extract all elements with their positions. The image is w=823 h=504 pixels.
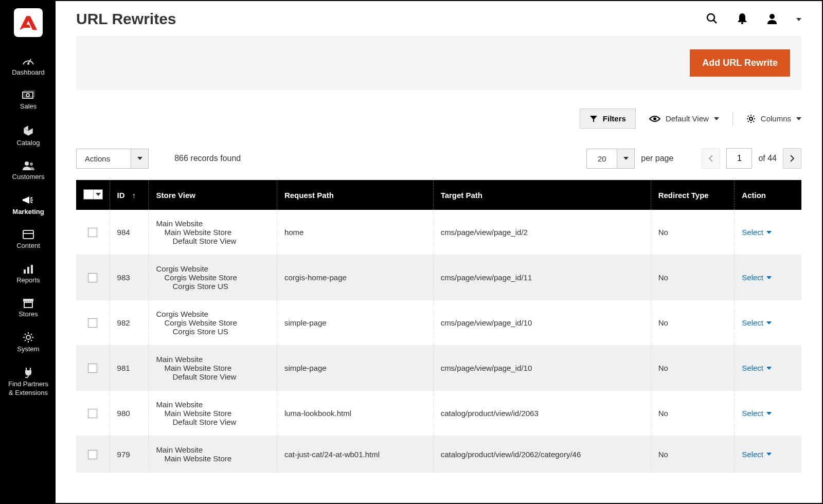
cell-request-path: luma-lookbook.html bbox=[277, 391, 433, 436]
table-row[interactable]: 979Main WebsiteMain Website Storecat-jus… bbox=[76, 436, 801, 473]
chevron-right-icon bbox=[790, 155, 795, 162]
cell-store-view: Main WebsiteMain Website StoreDefault St… bbox=[149, 346, 277, 391]
row-checkbox[interactable] bbox=[88, 318, 97, 328]
cell-store-view: Corgis WebsiteCorgis Website StoreCorgis… bbox=[149, 300, 277, 346]
eye-icon bbox=[649, 115, 660, 122]
header-checkbox[interactable] bbox=[76, 180, 110, 210]
sidebar-item-system[interactable]: System bbox=[1, 325, 56, 360]
svg-rect-12 bbox=[31, 265, 33, 274]
header-request-path[interactable]: Request Path bbox=[277, 180, 433, 210]
sidebar-item-sales[interactable]: Sales bbox=[1, 83, 56, 117]
sidebar-item-label: Customers bbox=[3, 173, 53, 181]
table-row[interactable]: 984Main WebsiteMain Website StoreDefault… bbox=[76, 210, 801, 255]
sidebar-item-marketing[interactable]: Marketing bbox=[1, 188, 56, 223]
page-size-value: 20 bbox=[587, 149, 617, 168]
cell-store-view: Main WebsiteMain Website StoreDefault St… bbox=[149, 391, 277, 436]
select-action-dropdown[interactable]: Select bbox=[742, 409, 772, 418]
cell-action: Select bbox=[735, 346, 801, 391]
add-url-rewrite-button[interactable]: Add URL Rewrite bbox=[690, 49, 790, 77]
gear-icon bbox=[23, 332, 34, 343]
logo[interactable] bbox=[14, 8, 43, 37]
sidebar-item-reports[interactable]: Reports bbox=[1, 257, 56, 291]
cell-request-path: corgis-home-page bbox=[277, 255, 433, 300]
next-page-button[interactable] bbox=[783, 148, 801, 169]
cell-action: Select bbox=[735, 391, 801, 436]
header-redirect-type[interactable]: Redirect Type bbox=[651, 180, 735, 210]
cell-id: 979 bbox=[110, 436, 149, 473]
row-checkbox[interactable] bbox=[88, 409, 97, 418]
sidebar-item-partners[interactable]: Find Partners & Extensions bbox=[1, 360, 56, 404]
table-row[interactable]: 982Corgis WebsiteCorgis Website StoreCor… bbox=[76, 300, 801, 346]
select-action-dropdown[interactable]: Select bbox=[742, 450, 772, 459]
header-store-view[interactable]: Store View bbox=[149, 180, 277, 210]
bell-icon[interactable] bbox=[737, 12, 748, 26]
per-page-label: per page bbox=[641, 154, 673, 163]
svg-point-1 bbox=[27, 63, 29, 65]
columns-dropdown[interactable]: Columns bbox=[746, 114, 801, 123]
select-action-dropdown[interactable]: Select bbox=[742, 228, 772, 237]
card-icon bbox=[22, 229, 34, 240]
control-row: Actions 866 records found 20 per page of… bbox=[76, 148, 801, 169]
box-icon bbox=[22, 124, 34, 137]
header-id[interactable]: ID ↑ bbox=[110, 180, 149, 210]
table-row[interactable]: 983Corgis WebsiteCorgis Website StoreCor… bbox=[76, 255, 801, 300]
cell-redirect-type: No bbox=[651, 391, 735, 436]
svg-point-3 bbox=[26, 94, 29, 97]
svg-point-14 bbox=[26, 335, 30, 339]
select-action-dropdown[interactable]: Select bbox=[742, 273, 772, 282]
sidebar-item-dashboard[interactable]: Dashboard bbox=[1, 48, 56, 83]
sidebar-item-label: Stores bbox=[3, 310, 53, 318]
megaphone-icon bbox=[22, 194, 34, 206]
svg-point-20 bbox=[749, 117, 753, 120]
table-row[interactable]: 981Main WebsiteMain Website StoreDefault… bbox=[76, 346, 801, 391]
row-checkbox[interactable] bbox=[88, 364, 97, 373]
row-checkbox-cell bbox=[76, 300, 110, 346]
header-action[interactable]: Action bbox=[735, 180, 801, 210]
page-number-input[interactable] bbox=[726, 148, 752, 169]
chevron-down-icon bbox=[796, 117, 801, 120]
people-icon bbox=[22, 160, 35, 171]
cell-target-path: catalog/product/view/id/2062/category/46 bbox=[433, 436, 651, 473]
prev-page-button[interactable] bbox=[702, 148, 720, 169]
search-icon[interactable] bbox=[706, 12, 718, 26]
row-checkbox-cell bbox=[76, 391, 110, 436]
sidebar-item-label: Catalog bbox=[3, 139, 53, 147]
user-icon[interactable] bbox=[766, 13, 778, 26]
page-of-label: of 44 bbox=[758, 154, 777, 163]
sidebar-item-content[interactable]: Content bbox=[1, 223, 56, 257]
svg-rect-10 bbox=[24, 269, 26, 274]
sidebar-item-label: Sales bbox=[3, 102, 53, 111]
svg-point-5 bbox=[25, 161, 29, 166]
cell-action: Select bbox=[735, 255, 801, 300]
cell-action: Select bbox=[735, 436, 801, 473]
cell-store-view: Corgis WebsiteCorgis Website StoreCorgis… bbox=[149, 255, 277, 300]
default-view-dropdown[interactable]: Default View bbox=[649, 114, 719, 123]
gauge-icon bbox=[22, 55, 35, 66]
cell-action: Select bbox=[735, 300, 801, 346]
pager: of 44 bbox=[702, 148, 801, 169]
row-checkbox[interactable] bbox=[88, 450, 97, 459]
page-size-input[interactable]: 20 bbox=[586, 149, 635, 169]
cell-request-path: simple-page bbox=[277, 300, 433, 346]
account-dropdown-caret[interactable] bbox=[796, 15, 801, 23]
gear-icon bbox=[746, 114, 756, 123]
actions-dropdown[interactable]: Actions bbox=[76, 149, 149, 169]
row-checkbox[interactable] bbox=[88, 228, 97, 237]
select-action-dropdown[interactable]: Select bbox=[742, 364, 772, 372]
storefront-icon bbox=[22, 298, 34, 308]
row-checkbox-cell bbox=[76, 346, 110, 391]
filters-button[interactable]: Filters bbox=[580, 109, 636, 129]
chevron-down-icon bbox=[766, 276, 772, 279]
bars-icon bbox=[23, 264, 34, 274]
sidebar-item-customers[interactable]: Customers bbox=[1, 154, 56, 188]
sidebar-item-stores[interactable]: Stores bbox=[1, 291, 56, 325]
cell-target-path: cms/page/view/page_id/10 bbox=[433, 300, 651, 346]
cell-id: 983 bbox=[110, 255, 149, 300]
select-action-dropdown[interactable]: Select bbox=[742, 318, 772, 327]
table-row[interactable]: 980Main WebsiteMain Website StoreDefault… bbox=[76, 391, 801, 436]
cell-action: Select bbox=[735, 210, 801, 255]
header-target-path[interactable]: Target Path bbox=[433, 180, 651, 210]
svg-rect-8 bbox=[23, 230, 33, 239]
sidebar-item-catalog[interactable]: Catalog bbox=[1, 118, 56, 154]
row-checkbox[interactable] bbox=[88, 273, 97, 282]
